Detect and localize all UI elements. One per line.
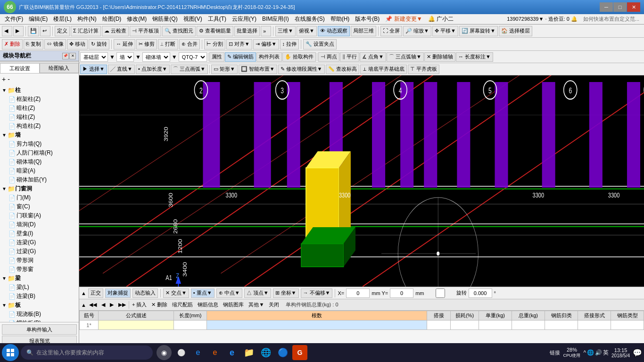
tree-item-niche[interactable]: 📄 壁龛(I) [1,229,78,238]
taskbar-icon-blue-e[interactable]: e [224,345,239,360]
taskbar-icon-folder[interactable]: 📁 [241,345,256,360]
tray-volume[interactable]: 🔊 [595,349,602,356]
close-button[interactable]: ✕ [627,2,640,12]
scale-button[interactable]: 缩尺配筋 [170,300,195,310]
define-button[interactable]: 定义 [55,26,70,36]
tree-item-masonry-rebar[interactable]: 📄 砌体加筋(Y) [1,175,78,184]
close-rebar-button[interactable]: 关闭 [267,300,281,310]
menu-view[interactable]: 视图(V) [181,14,205,24]
tree-item-cast-slab[interactable]: 📄 现浇板(B) [1,310,78,319]
back-button[interactable]: ◀ [2,26,12,36]
mid-btn[interactable]: ⊕ 中点▼ [216,288,242,298]
cloud-check-button[interactable]: ☁ 云检查 [102,26,129,36]
x-input[interactable] [346,288,370,298]
point-angle-button[interactable]: ∡ 点角▼ [360,52,386,62]
align-top-button[interactable]: ⊣ 平齐板顶 [130,26,161,36]
offset-button[interactable]: ⇥ 偏移▼ [253,39,279,49]
tree-group-beam[interactable]: ▼ 📁 梁 [1,274,78,283]
start-button[interactable] [2,344,19,361]
nav-pin-button[interactable]: 📌 [62,53,69,59]
taskbar-icon-ie2[interactable]: e [207,345,223,360]
save-button[interactable]: 💾 [28,26,39,36]
add-icon[interactable]: + [2,75,6,83]
merge-button[interactable]: ⊕ 合并 [179,39,200,49]
find-element-button[interactable]: 🔍 查找图元 [162,26,196,36]
menu-cloud[interactable]: 云应用(Y) [229,14,259,24]
mirror-button[interactable]: ⇔ 镜像 [44,39,66,49]
minus-icon[interactable]: - [8,75,10,83]
insert-row-button[interactable]: + 插入 [130,300,149,310]
align-button[interactable]: ⊡ 对齐▼ [226,39,252,49]
delete-button[interactable]: ✗ 删除 [2,39,23,49]
rebar-library-button[interactable]: 钢筋图库 [221,300,246,310]
tree-item-strip-window[interactable]: 📄 带形窗 [1,265,78,274]
tree-item-civil-defense-wall[interactable]: 📄 人防门框墙(R) [1,148,78,157]
single-element-input-button[interactable]: 单构件输入 [2,324,77,335]
menu-quickset[interactable]: 如何快速布置自定义范... [580,15,642,24]
fullscreen-button[interactable]: ⛶ 全屏 [380,26,402,36]
tray-lang[interactable]: 英 [603,349,609,357]
delete-aux-button[interactable]: ✕ 删除辅轴 [424,52,455,62]
other-button[interactable]: 其他▼ [247,300,266,310]
tree-group-slab[interactable]: ▼ 📁 板 [1,301,78,310]
menu-help[interactable]: 帮助(H) [328,14,353,24]
delete-row-button[interactable]: ✕ 删除 [149,300,169,310]
wall-type-select[interactable]: 砌体墙 [142,52,170,62]
break-button[interactable]: ⟂ 打断 [158,39,178,49]
more-button[interactable]: » [261,26,271,36]
parallel-button[interactable]: ∥ 平行 [340,52,359,62]
two-point-button[interactable]: ⊣ 两点 [318,52,339,62]
nav-next-button[interactable]: ▶ [108,300,116,310]
tree-item-connect-beam[interactable]: 📄 连梁(B) [1,292,78,301]
taskbar-icon-calc[interactable]: 🔵 [275,345,290,360]
length-label-button[interactable]: ↔ 长度标注▼ [456,52,493,62]
tab-project-settings[interactable]: 工程设置 [0,63,40,73]
batch-select-button[interactable]: 批量选择 [234,26,260,36]
menu-file[interactable]: 文件(F) [2,14,26,24]
taskbar-icon-red-g[interactable]: G [292,345,307,360]
floor-select-button[interactable]: 🏠 选择楼层 [499,26,532,36]
tree-item-shear-wall[interactable]: 📄 剪力墙(Q) [1,140,78,148]
menu-gxe[interactable]: 🔔 广小二 [425,14,456,24]
menu-online[interactable]: 在线服务(S) [292,14,328,24]
rotate-btn[interactable]: ↻ 旋转 [89,39,109,49]
tree-item-masonry-wall[interactable]: 📄 砌体墙(Q) [1,157,78,166]
no-offset-btn[interactable]: → 不偏移▼ [301,288,333,298]
tree-item-dark-column[interactable]: 📄 暗柱(Z) [1,104,78,113]
tree-item-coupling-beam[interactable]: 📄 连梁(G) [1,238,78,247]
tray-expand[interactable]: ^ [583,349,586,356]
move-button[interactable]: ✥ 移动 [67,39,88,49]
menu-bim[interactable]: BIM应用(I) [259,14,292,24]
nav-close-button[interactable]: ✕ [69,53,76,59]
tree-item-door[interactable]: 📄 门(M) [1,193,78,202]
trim-button[interactable]: ✂ 修剪 [136,39,157,49]
rect-button[interactable]: ▭ 矩形▼ [211,65,238,74]
tree-item-window[interactable]: 📄 窗(C) [1,202,78,211]
tree-item-frame-column[interactable]: 📄 框架柱(Z) [1,95,78,104]
tree-item-end-column[interactable]: 📄 端柱(Z) [1,113,78,122]
cell-formula[interactable] [99,321,174,330]
three-point-arc-button[interactable]: ⌒ 三点弧轴▼ [387,52,424,62]
menu-element[interactable]: 构件(N) [74,14,99,24]
tray-network[interactable]: 🌐 [587,349,594,356]
copy-button[interactable]: ⎘ 复制 [24,39,43,49]
edit-rebar-button[interactable]: ✎ 编辑钢筋 [225,52,256,62]
menu-rebar[interactable]: 钢筋量(Q) [149,14,180,24]
vertex-btn[interactable]: △ 顶点▼ [244,288,271,298]
rotate-button[interactable]: 🔄 屏幕旋转▼ [459,26,498,36]
y-input[interactable] [390,288,413,298]
smart-layout-button[interactable]: 🔲 智能布置▼ [239,65,277,74]
select-button[interactable]: ▶ 选择▼ [80,65,107,74]
element-id-select[interactable]: QTQ-7 [179,52,207,62]
intersection-button[interactable]: ✕ 交点▼ [163,288,189,298]
tree-item-struct-column[interactable]: 📄 构造柱(Z) [1,122,78,131]
coord-btn[interactable]: ⊞ 坐标▼ [273,288,299,298]
nav-first-button[interactable]: ◀◀ [87,300,99,310]
set-fixture-button[interactable]: 🔧 设置夹点 [303,39,337,49]
nav-prev-button[interactable]: ◀ [99,300,107,310]
tree-group-wall[interactable]: ▼ 📁 墙 [1,131,78,140]
menu-newchange[interactable]: 📌 新建变更▼ [382,14,425,24]
calc-button[interactable]: Σ 汇总计算 [71,26,101,36]
dynamic-input-button[interactable]: 动态输入 [132,288,158,298]
tree-group-door-window[interactable]: ▼ 📁 门窗洞 [1,184,78,193]
